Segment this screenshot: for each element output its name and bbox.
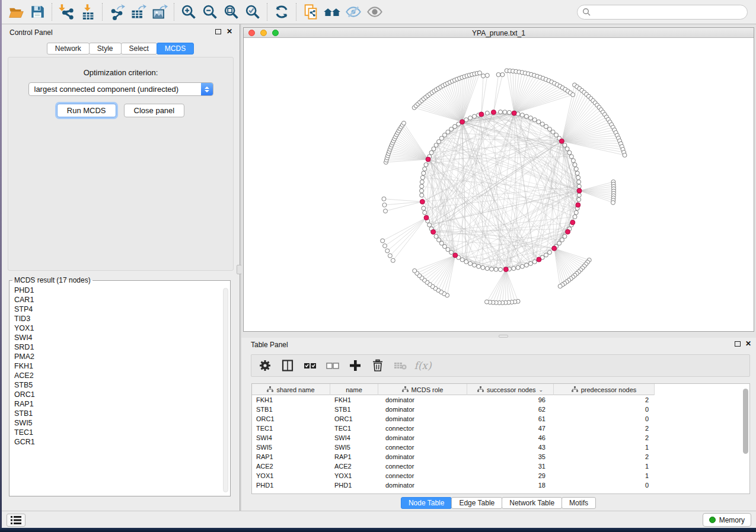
memory-button[interactable]: Memory: [703, 513, 751, 527]
table-cell[interactable]: ORC1: [330, 414, 378, 424]
table-row[interactable]: YOX1YOX1connector291: [252, 471, 749, 480]
network-graph[interactable]: [244, 38, 754, 331]
table-cell[interactable]: 29: [467, 471, 554, 480]
run-mcds-button[interactable]: Run MCDS: [57, 104, 116, 117]
mcds-result-item[interactable]: TEC1: [14, 428, 221, 437]
table-cell[interactable]: SWI4: [330, 433, 378, 443]
mcds-result-item[interactable]: STP4: [14, 305, 221, 314]
tab-style[interactable]: Style: [89, 43, 122, 55]
tab-node-table[interactable]: Node Table: [401, 497, 452, 509]
table-cell[interactable]: 31: [467, 462, 554, 471]
column-header-shared-name[interactable]: shared name: [252, 384, 330, 395]
table-cell[interactable]: ACE2: [252, 462, 330, 471]
tab-network-table[interactable]: Network Table: [502, 497, 562, 509]
table-cell[interactable]: 2: [554, 452, 655, 462]
first-neighbors-icon[interactable]: [321, 2, 343, 22]
table-scrollbar-thumb[interactable]: [743, 389, 748, 454]
table-row[interactable]: FKH1FKH1dominator962: [252, 395, 749, 405]
delete-icon[interactable]: [368, 356, 388, 375]
task-history-button[interactable]: [7, 514, 25, 527]
import-network-icon[interactable]: [56, 2, 77, 22]
close-table-panel-icon[interactable]: ✕: [745, 339, 751, 348]
mcds-result-list[interactable]: PHD1CAR1STP4TID3YOX1SWI4SRD1PMA2FKH1ACE2…: [10, 286, 221, 495]
mcds-result-item[interactable]: TID3: [14, 314, 221, 323]
mcds-list-scrollbar[interactable]: [223, 288, 228, 492]
close-panel-icon[interactable]: ✕: [227, 27, 232, 36]
refresh-icon[interactable]: [271, 2, 292, 22]
table-cell[interactable]: 46: [467, 433, 554, 443]
table-cell[interactable]: RAP1: [252, 452, 330, 462]
search-input[interactable]: [577, 5, 748, 20]
table-cell[interactable]: FKH1: [330, 395, 378, 405]
table-cell[interactable]: RAP1: [330, 452, 378, 462]
save-session-icon[interactable]: [27, 2, 48, 22]
table-row[interactable]: SWI4SWI4dominator462: [252, 433, 749, 443]
hide-selected-icon[interactable]: [343, 2, 364, 22]
table-cell[interactable]: YOX1: [252, 471, 330, 480]
column-header-predecessor-nodes[interactable]: predecessor nodes: [554, 384, 655, 395]
show-all-icon[interactable]: [364, 2, 385, 22]
float-panel-icon[interactable]: [215, 29, 221, 34]
mcds-result-item[interactable]: ORC1: [14, 390, 221, 399]
table-cell[interactable]: dominator: [378, 395, 467, 405]
mcds-result-item[interactable]: PMA2: [14, 352, 221, 361]
close-panel-button[interactable]: Close panel: [124, 104, 185, 117]
open-file-icon[interactable]: [5, 2, 27, 22]
deselect-all-icon[interactable]: [323, 356, 343, 375]
column-header-name[interactable]: name: [330, 384, 378, 395]
zoom-in-icon[interactable]: [178, 2, 199, 22]
mcds-result-item[interactable]: STB5: [14, 380, 221, 390]
table-cell[interactable]: 47: [467, 424, 554, 433]
table-cell[interactable]: 0: [554, 405, 655, 414]
table-cell[interactable]: dominator: [378, 480, 467, 490]
table-cell[interactable]: SWI4: [252, 433, 330, 443]
table-row[interactable]: SWI5SWI5connector431: [252, 443, 749, 452]
table-cell[interactable]: 0: [554, 480, 655, 490]
table-row[interactable]: RAP1RAP1dominator352: [252, 452, 749, 462]
table-cell[interactable]: 43: [467, 443, 554, 452]
criterion-dropdown[interactable]: largest connected component (undirected): [28, 82, 213, 96]
table-cell[interactable]: 2: [554, 424, 655, 433]
export-table-icon[interactable]: [127, 2, 149, 22]
table-cell[interactable]: 2: [554, 433, 655, 443]
table-row[interactable]: ORC1ORC1dominator610: [252, 414, 749, 424]
table-cell[interactable]: PHD1: [330, 480, 378, 490]
table-row[interactable]: ACE2ACE2connector311: [252, 462, 749, 471]
table-cell[interactable]: STB1: [252, 405, 330, 414]
tab-edge-table[interactable]: Edge Table: [451, 497, 502, 509]
import-table-icon[interactable]: [77, 2, 98, 22]
duplicate-network-icon[interactable]: [300, 2, 321, 22]
table-cell[interactable]: 1: [554, 471, 655, 480]
table-cell[interactable]: 2: [554, 395, 655, 405]
table-cell[interactable]: SWI5: [252, 443, 330, 452]
mcds-result-item[interactable]: RAP1: [14, 399, 221, 409]
table-cell[interactable]: TEC1: [252, 424, 330, 433]
table-cell[interactable]: PHD1: [252, 480, 330, 490]
table-cell[interactable]: connector: [378, 424, 467, 433]
table-cell[interactable]: TEC1: [330, 424, 378, 433]
mcds-result-item[interactable]: CAR1: [14, 295, 221, 305]
table-cell[interactable]: 1: [554, 443, 655, 452]
add-column-icon[interactable]: [345, 356, 365, 375]
mcds-result-item[interactable]: SWI4: [14, 333, 221, 342]
table-cell[interactable]: 96: [467, 395, 554, 405]
network-view-titlebar[interactable]: YPA_prune.txt_1: [244, 28, 754, 38]
table-cell[interactable]: dominator: [378, 405, 467, 414]
table-cell[interactable]: FKH1: [252, 395, 330, 405]
float-table-panel-icon[interactable]: [735, 341, 741, 347]
table-cell[interactable]: YOX1: [330, 471, 378, 480]
export-network-icon[interactable]: [106, 2, 127, 22]
tab-network[interactable]: Network: [47, 43, 90, 55]
mcds-result-item[interactable]: STB1: [14, 409, 221, 418]
zoom-fit-icon[interactable]: [221, 2, 242, 22]
table-cell[interactable]: dominator: [378, 414, 467, 424]
table-cell[interactable]: dominator: [378, 433, 467, 443]
tab-select[interactable]: Select: [121, 43, 157, 55]
table-row[interactable]: PHD1PHD1dominator180: [252, 480, 749, 490]
zoom-out-icon[interactable]: [199, 2, 221, 22]
mcds-result-item[interactable]: GCR1: [14, 437, 221, 447]
mcds-result-item[interactable]: SWI5: [14, 418, 221, 428]
table-cell[interactable]: 18: [467, 480, 554, 490]
table-cell[interactable]: SWI5: [330, 443, 378, 452]
table-cell[interactable]: ACE2: [330, 462, 378, 471]
